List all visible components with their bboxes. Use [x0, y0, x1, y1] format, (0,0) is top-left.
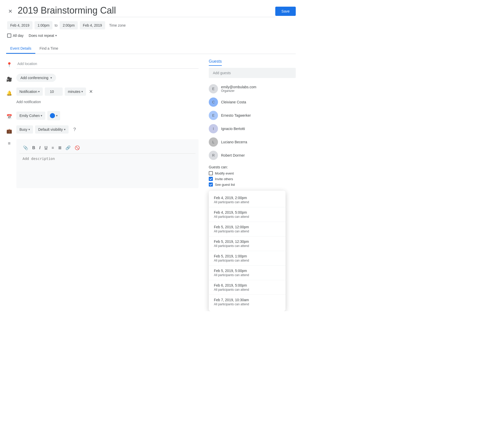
perm-invite-checkbox[interactable]: [209, 177, 213, 181]
guest-name: Robert Dormer: [221, 153, 296, 157]
busy-chevron-icon: ▾: [28, 128, 30, 131]
suggest-time-item[interactable]: Feb 4, 2019, 5:00pm All participants can…: [209, 207, 286, 222]
guest-item: E Ernesto Tagwerker: [209, 109, 296, 122]
avatar-initials: E: [212, 87, 214, 91]
start-date-button[interactable]: Feb 4, 2019: [7, 21, 32, 29]
suggest-avail-label: All participants can attend: [214, 215, 280, 219]
bell-icon: 🔔: [6, 90, 12, 96]
link-button[interactable]: 🔗: [64, 144, 72, 151]
timezone-button[interactable]: Time zone: [107, 21, 128, 29]
suggest-avail-label: All participants can attend: [214, 288, 280, 291]
suggest-time-item[interactable]: Feb 5, 2019, 1:00pm All participants can…: [209, 251, 286, 266]
avatar: E: [209, 111, 218, 120]
location-input[interactable]: [16, 59, 199, 69]
avatar: E: [209, 84, 218, 93]
avatar-initials: R: [212, 153, 215, 157]
bold-button[interactable]: B: [31, 145, 37, 151]
suggest-time-item[interactable]: Feb 5, 2019, 5:00pm All participants can…: [209, 266, 286, 280]
color-chevron-icon: ▾: [56, 114, 58, 117]
guest-info: Ignacio Bertotti: [221, 127, 296, 131]
status-controls: Busy ▾ Default visibility ▾ ?: [16, 125, 199, 134]
notification-unit-select[interactable]: minutes ▾: [65, 88, 86, 96]
notification-remove-button[interactable]: ✕: [88, 88, 94, 95]
suggest-time-item[interactable]: Feb 4, 2019, 2:00pm All participants can…: [209, 193, 286, 207]
suggest-time-label: Feb 4, 2019, 2:00pm: [214, 196, 280, 200]
suggest-time-item[interactable]: Feb 6, 2019, 5:00pm All participants can…: [209, 280, 286, 295]
suggest-time-item[interactable]: Feb 5, 2019, 12:30pm All participants ca…: [209, 236, 286, 251]
save-button[interactable]: Save: [275, 7, 296, 16]
end-date-button[interactable]: Feb 4, 2019: [80, 21, 105, 29]
underline-button[interactable]: U: [43, 145, 49, 151]
suggest-time-item[interactable]: Feb 7, 2019, 10:30am All participants ca…: [209, 295, 286, 309]
to-text: to: [54, 23, 58, 27]
avatar-initials: C: [212, 100, 215, 104]
owner-controls: Emily Cohen ▾ ▾: [16, 111, 199, 120]
header: ✕ Save: [6, 5, 296, 17]
suggest-avail-label: All participants can attend: [214, 259, 280, 262]
suggest-time-label: Feb 5, 2019, 5:00pm: [214, 269, 280, 273]
start-time-button[interactable]: 1:00pm: [35, 21, 53, 29]
add-conferencing-button[interactable]: Add conferencing ▾: [16, 74, 56, 82]
perm-modify-checkbox[interactable]: [209, 171, 213, 175]
allday-checkbox-box: [7, 34, 11, 38]
notes-icon: ≡: [6, 140, 12, 146]
suggest-times-dropdown: Feb 4, 2019, 2:00pm All participants can…: [209, 191, 286, 311]
notification-type-select[interactable]: Notification ▾: [16, 88, 43, 96]
perm-item: See guest list: [209, 182, 296, 187]
suggest-time-item[interactable]: Feb 5, 2019, 12:00pm All participants ca…: [209, 222, 286, 236]
location-content: [16, 59, 199, 69]
visibility-select[interactable]: Default visibility ▾: [35, 125, 68, 134]
briefcase-icon: 💼: [6, 128, 12, 134]
notification-row: 🔔 Notification ▾ minutes ▾ ✕: [6, 88, 199, 106]
attach-button[interactable]: 📎: [21, 144, 30, 151]
notification-chevron-icon: ▾: [38, 90, 40, 93]
tabs-row: Event Details Find a Time: [6, 44, 296, 54]
avatar-initials: I: [213, 127, 214, 131]
description-content: 📎 B I U ≡ ≣ 🔗 🚫: [16, 139, 199, 188]
tab-event-details[interactable]: Event Details: [6, 44, 35, 54]
suggest-avail-label: All participants can attend: [214, 230, 280, 233]
perm-see-checkbox[interactable]: [209, 182, 213, 187]
unordered-list-button[interactable]: ≣: [57, 144, 63, 151]
notification-unit-label: minutes: [68, 90, 80, 94]
italic-button[interactable]: I: [38, 145, 42, 151]
notification-controls: Notification ▾ minutes ▾ ✕: [16, 88, 199, 96]
notification-value-input[interactable]: [45, 88, 63, 96]
conferencing-chevron-icon: ▾: [50, 76, 52, 80]
suggest-avail-label: All participants can attend: [214, 273, 280, 277]
tab-find-a-time[interactable]: Find a Time: [35, 44, 62, 54]
left-panel: 📍 🎥 Add conferencing ▾ 🔔: [6, 59, 199, 311]
color-circle: [50, 113, 55, 118]
add-guests-input[interactable]: [209, 68, 296, 78]
avatar: C: [209, 97, 218, 107]
event-title-input[interactable]: [18, 5, 275, 17]
repeat-dropdown[interactable]: Does not repeat ▾: [27, 32, 59, 39]
guest-item: R Robert Dormer: [209, 149, 296, 162]
avatar-initials: L: [212, 140, 214, 144]
repeat-chevron-icon: ▾: [55, 34, 57, 37]
remove-format-button[interactable]: 🚫: [73, 144, 81, 151]
main-content: 📍 🎥 Add conferencing ▾ 🔔: [6, 59, 296, 311]
calendar-owner-select[interactable]: Emily Cohen ▾: [16, 112, 45, 120]
ordered-list-button[interactable]: ≡: [50, 145, 56, 151]
description-textarea[interactable]: [19, 154, 195, 184]
event-dialog: ✕ Save Feb 4, 2019 1:00pm to 2:00pm Feb …: [0, 0, 302, 311]
add-notification-button[interactable]: Add notification: [16, 98, 41, 106]
guests-title: Guests: [209, 59, 222, 66]
end-time-button[interactable]: 2:00pm: [60, 21, 78, 29]
repeat-label: Does not repeat: [29, 34, 54, 38]
location-row: 📍: [6, 59, 199, 69]
visibility-label: Default visibility: [38, 127, 63, 132]
busy-select[interactable]: Busy ▾: [16, 125, 33, 134]
help-button[interactable]: ?: [71, 125, 79, 134]
owner-chevron-icon: ▾: [41, 114, 42, 117]
guest-name: Cleiviane Costa: [221, 100, 296, 104]
perm-modify-label: Modify event: [215, 171, 234, 175]
suggest-time-label: Feb 7, 2019, 10:30am: [214, 298, 280, 302]
guest-email: emily@ombulabs.com: [221, 85, 296, 89]
allday-checkbox[interactable]: All day: [7, 34, 24, 38]
color-dropdown[interactable]: ▾: [47, 111, 60, 120]
notification-type-label: Notification: [19, 90, 37, 94]
perm-see-label: See guest list: [215, 183, 235, 187]
close-button[interactable]: ✕: [6, 6, 15, 16]
